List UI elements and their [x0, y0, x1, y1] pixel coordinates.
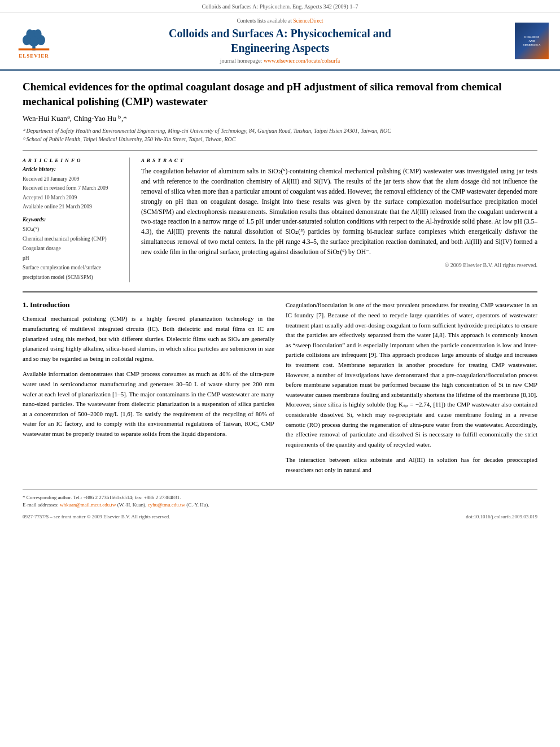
footer-bottom: 0927-7757/$ – see front matter © 2009 El… — [23, 514, 537, 519]
sciencedirect-anchor[interactable]: ScienceDirect — [293, 18, 323, 24]
svg-point-5 — [34, 29, 42, 38]
introduction-title: 1. Introduction — [23, 300, 274, 309]
journal-main-title: Colloids and Surfaces A: Physicochemical… — [56, 26, 504, 55]
sciencedirect-link: Contents lists available at ScienceDirec… — [56, 18, 504, 24]
journal-header: ELSEVIER Contents lists available at Sci… — [0, 12, 560, 71]
body-left-column: 1. Introduction Chemical mechanical poli… — [23, 300, 274, 480]
article-content: Chemical evidences for the optimal coagu… — [0, 71, 560, 531]
elsevier-label: ELSEVIER — [19, 53, 49, 59]
corresponding-author-note: * Corresponding author. Tel.: +886 2 273… — [23, 494, 537, 509]
keyword-3: Coagulant dosage — [23, 244, 121, 254]
article-info-heading: A R T I C L E I N F O — [23, 158, 121, 163]
authors: Wen-Hui Kuanᵃ, Ching-Yao Hu ᵇ,* — [23, 114, 537, 123]
journal-homepage: journal homepage: www.elsevier.com/locat… — [56, 58, 504, 64]
abstract-heading: A B S T R A C T — [141, 158, 537, 163]
keyword-5: Surface complexation model/surface preci… — [23, 263, 121, 282]
received-date: Received 20 January 2009 — [23, 174, 121, 184]
keywords-section: Keywords: SiO₂(ˢ) Chemical mechanical po… — [23, 217, 121, 283]
abstract-column: A B S T R A C T The coagulation behavior… — [141, 158, 537, 282]
revised-date: Received in revised form 7 March 2009 — [23, 184, 121, 193]
intro-paragraph-1: Chemical mechanical polishing (CMP) is a… — [23, 314, 274, 364]
accepted-date: Accepted 10 March 2009 — [23, 193, 121, 202]
journal-citation: Colloids and Surfaces A: Physicochem. En… — [0, 0, 560, 12]
abstract-text: The coagulation behavior of aluminum sal… — [141, 167, 537, 257]
logo-text: COLLOIDSANDSURFACES A — [523, 35, 541, 47]
keyword-1: SiO₂(ˢ) — [23, 225, 121, 234]
citation-text: Colloids and Surfaces A: Physicochem. En… — [202, 3, 358, 10]
body-right-column: Coagulation/flocculation is one of the m… — [286, 300, 537, 480]
article-title: Chemical evidences for the optimal coagu… — [23, 80, 537, 108]
homepage-url[interactable]: www.elsevier.com/locate/colsurfa — [264, 58, 340, 64]
right-paragraph-2: The interaction between silica substrate… — [286, 455, 537, 475]
elsevier-tree-icon — [17, 24, 51, 52]
elsevier-logo: ELSEVIER — [11, 24, 56, 59]
article-info-column: A R T I C L E I N F O Article history: R… — [23, 158, 130, 282]
keyword-4: pH — [23, 254, 121, 263]
history-label: Article history: — [23, 167, 121, 172]
doi-text: doi:10.1016/j.colsurfa.2009.03.019 — [466, 514, 537, 519]
svg-point-4 — [26, 29, 33, 38]
affiliation-b: ᵇ School of Public Health, Taipei Medica… — [23, 135, 537, 143]
keyword-2: Chemical mechanical polishing (CMP) — [23, 234, 121, 244]
author-names: Wen-Hui Kuanᵃ, Ching-Yao Hu ᵇ,* — [23, 114, 127, 123]
email-1[interactable]: whkuan@mail.mcut.edu.tw — [60, 502, 116, 508]
keywords-label: Keywords: — [23, 217, 121, 222]
journal-logo-image: COLLOIDSANDSURFACES A — [515, 23, 549, 59]
copyright: © 2009 Elsevier B.V. All rights reserved… — [141, 262, 537, 268]
available-date: Available online 21 March 2009 — [23, 202, 121, 211]
email-2[interactable]: cyhu@tmu.edu.tw — [148, 502, 185, 508]
main-body: 1. Introduction Chemical mechanical poli… — [23, 291, 537, 480]
intro-paragraph-2: Available information demonstrates that … — [23, 369, 274, 439]
author-affiliations: ᵃ Department of Safety Health and Enviro… — [23, 126, 537, 143]
svg-rect-6 — [19, 48, 50, 50]
issn-text: 0927-7757/$ – see front matter © 2009 El… — [23, 514, 170, 519]
article-info-abstract: A R T I C L E I N F O Article history: R… — [23, 150, 537, 282]
footer: * Corresponding author. Tel.: +886 2 273… — [23, 489, 537, 519]
journal-logo-box: COLLOIDSANDSURFACES A — [504, 23, 549, 59]
right-paragraph-1: Coagulation/flocculation is one of the m… — [286, 300, 537, 449]
affiliation-a: ᵃ Department of Safety Health and Enviro… — [23, 126, 537, 135]
journal-title-block: Contents lists available at ScienceDirec… — [56, 18, 504, 64]
page: Colloids and Surfaces A: Physicochem. En… — [0, 0, 560, 747]
